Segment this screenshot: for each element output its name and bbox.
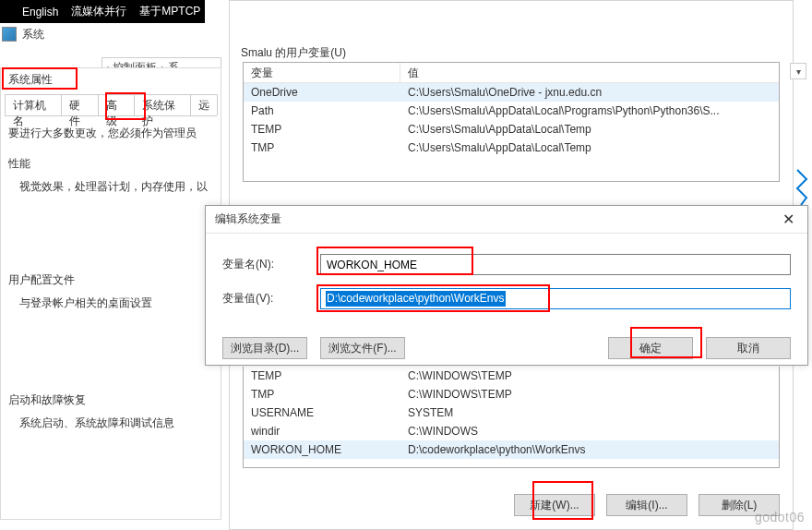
tab-system-protection[interactable]: 系统保护 (134, 94, 191, 115)
tab-row: 计算机名 硬件 高级 系统保护 远 (5, 94, 217, 116)
tab-advanced[interactable]: 高级 (98, 94, 135, 115)
table-row[interactable]: PathC:\Users\Smalu\AppData\Local\Program… (244, 102, 779, 120)
cell-var-value: C:\Users\Smalu\AppData\Local\Temp (400, 141, 779, 154)
delete-button[interactable]: 删除(L) (699, 494, 780, 516)
table-row[interactable]: USERNAMESYSTEM (244, 404, 779, 422)
group-performance: 性能 视觉效果，处理器计划，内存使用，以 (8, 156, 213, 197)
table-row[interactable]: windirC:\WINDOWS (244, 422, 779, 440)
system-icon (2, 27, 17, 42)
group-title: 启动和故障恢复 (8, 392, 213, 408)
cell-var-name: Path (244, 104, 400, 117)
variable-value-label: 变量值(V): (222, 291, 320, 307)
browse-file-button[interactable]: 浏览文件(F)... (320, 337, 405, 359)
group-text: 视觉效果，处理器计划，内存使用，以 (8, 177, 213, 197)
table-row[interactable]: WORKON_HOMED:\codeworkplace\python\WorkE… (244, 440, 779, 459)
tab-computer-name[interactable]: 计算机名 (5, 94, 62, 115)
table-header: 变量 值 (244, 63, 779, 83)
cell-var-value: C:\WINDOWS (400, 425, 779, 438)
cell-var-name: WORKON_HOME (244, 443, 400, 456)
new-button[interactable]: 新建(W)... (514, 494, 595, 516)
table-row[interactable]: TEMPC:\WINDOWS\TEMP (244, 367, 779, 385)
cell-var-value: C:\Users\Smalu\AppData\Local\Programs\Py… (400, 104, 779, 117)
group-startup-recovery: 启动和故障恢复 系统启动、系统故障和调试信息 (8, 392, 213, 433)
group-text: 系统启动、系统故障和调试信息 (8, 414, 213, 433)
system-window-header: 系统 (2, 25, 205, 43)
variable-name-input[interactable] (320, 254, 791, 275)
table-row[interactable]: OneDriveC:\Users\Smalu\OneDrive - jxnu.e… (244, 83, 779, 102)
col-variable[interactable]: 变量 (244, 63, 400, 82)
decorative-squiggle (795, 168, 808, 205)
cell-var-value: C:\WINDOWS\TEMP (400, 369, 779, 382)
ok-button[interactable]: 确定 (608, 337, 693, 359)
group-text: 与登录帐户相关的桌面设置 (8, 294, 213, 313)
dropdown-toggle[interactable]: ▾ (790, 63, 806, 79)
col-value[interactable]: 值 (400, 63, 779, 82)
tab-hardware[interactable]: 硬件 (61, 94, 98, 115)
variable-name-label: 变量名(N): (222, 257, 320, 272)
chevron-down-icon: ▾ (796, 66, 801, 77)
tab-strip: English 流媒体并行 基于MPTCP (0, 0, 205, 23)
browse-dir-button[interactable]: 浏览目录(D)... (222, 337, 307, 359)
dialog-title: 编辑系统变量 (215, 211, 281, 227)
dialog-titlebar: 编辑系统变量 ✕ (206, 206, 807, 234)
selected-value-text: D:\codeworkplace\python\WorkEnvs (326, 291, 506, 307)
cell-var-name: TMP (244, 141, 400, 154)
cell-var-value: D:\codeworkplace\python\WorkEnvs (400, 443, 779, 456)
cell-var-value: SYSTEM (400, 406, 779, 419)
tab-remote[interactable]: 远 (190, 94, 218, 115)
user-vars-table[interactable]: 变量 值 OneDriveC:\Users\Smalu\OneDrive - j… (243, 62, 780, 182)
cell-var-name: TMP (244, 388, 400, 401)
table-row[interactable]: TMPC:\Users\Smalu\AppData\Local\Temp (244, 139, 779, 157)
cell-var-value: C:\Users\Smalu\OneDrive - jxnu.edu.cn (400, 86, 779, 99)
tab-stream[interactable]: 流媒体并行 (71, 4, 126, 19)
table-row[interactable]: TEMPC:\Users\Smalu\AppData\Local\Temp (244, 120, 779, 139)
system-vars-table[interactable]: TEMPC:\WINDOWS\TEMPTMPC:\WINDOWS\TEMPUSE… (243, 367, 780, 468)
sys-var-buttons: 新建(W)... 编辑(I)... 删除(L) (514, 494, 780, 516)
cell-var-name: TEMP (244, 369, 400, 382)
edit-button[interactable]: 编辑(I)... (606, 494, 687, 516)
table-row[interactable]: TMPC:\WINDOWS\TEMP (244, 385, 779, 404)
cell-var-name: windir (244, 425, 400, 438)
cancel-button[interactable]: 取消 (706, 337, 791, 359)
cell-var-name: USERNAME (244, 406, 400, 419)
tab-english[interactable]: English (22, 6, 58, 18)
cell-var-value: C:\WINDOWS\TEMP (400, 388, 779, 401)
dialog-title: 系统属性 (1, 68, 221, 90)
user-vars-label: Smalu 的用户变量(U) (241, 45, 346, 61)
close-icon[interactable]: ✕ (779, 211, 798, 228)
system-window-title: 系统 (22, 27, 44, 42)
group-user-profile: 用户配置文件 与登录帐户相关的桌面设置 (8, 272, 213, 313)
system-properties-dialog: 系统属性 计算机名 硬件 高级 系统保护 远 要进行大多数更改，您必须作为管理员… (0, 67, 221, 520)
tab-mptcp[interactable]: 基于MPTCP (139, 4, 200, 19)
cell-var-value: C:\Users\Smalu\AppData\Local\Temp (400, 123, 779, 136)
cell-var-name: TEMP (244, 123, 400, 136)
group-title: 用户配置文件 (8, 272, 213, 288)
cell-var-name: OneDrive (244, 86, 400, 99)
group-title: 性能 (8, 156, 213, 172)
edit-system-variable-dialog: 编辑系统变量 ✕ 变量名(N): 变量值(V): D:\codeworkplac… (205, 205, 808, 366)
